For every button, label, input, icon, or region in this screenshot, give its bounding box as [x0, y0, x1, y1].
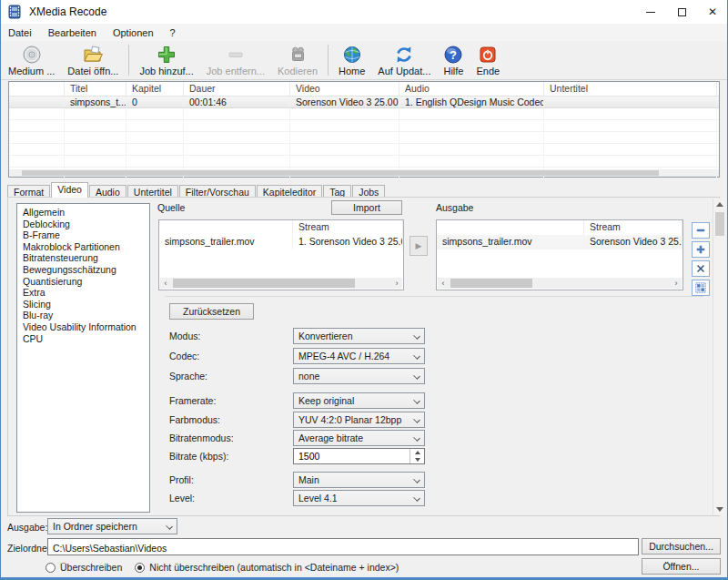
- browse-button[interactable]: Durchsuchen...: [642, 538, 721, 555]
- list-item-video-usability-information[interactable]: Video Usability Information: [17, 321, 149, 333]
- toolbar-button-power[interactable]: Ende: [470, 42, 506, 78]
- hscrollbar-thumb[interactable]: [173, 279, 355, 288]
- select-sprache[interactable]: none: [293, 368, 425, 384]
- select-bitratenmodus[interactable]: Average bitrate: [293, 430, 425, 446]
- source-stream-table[interactable]: Stream simpsons_trailer.mov 1. Sorenson …: [158, 219, 404, 290]
- open-button[interactable]: Öffnen...: [642, 558, 721, 575]
- bitrate-input[interactable]: [294, 449, 409, 463]
- list-item-extra[interactable]: Extra: [17, 287, 149, 299]
- vscrollbar-thumb[interactable]: [715, 212, 724, 236]
- close-button[interactable]: ✕: [697, 0, 728, 24]
- maximize-button[interactable]: [666, 0, 697, 24]
- tab-audio[interactable]: Audio: [89, 185, 126, 198]
- menu-item-optionen[interactable]: Optionen: [105, 25, 162, 40]
- menu-item-?[interactable]: ?: [162, 25, 184, 40]
- spin-down-icon[interactable]: [410, 456, 424, 463]
- list-item-makroblock-partitionen[interactable]: Makroblock Partitionen: [17, 241, 149, 253]
- menu-item-datei[interactable]: Datei: [0, 25, 40, 40]
- menu-item-bearbeiten[interactable]: Bearbeiten: [40, 25, 105, 40]
- list-item-cpu[interactable]: CPU: [17, 333, 149, 345]
- select-farbmodus[interactable]: YUV 4:2:0 Planar 12bpp: [293, 412, 425, 428]
- column-header-Untertitel[interactable]: Untertitel: [544, 82, 717, 96]
- column-header-Audio[interactable]: Audio: [399, 82, 544, 96]
- scroll-right-icon[interactable]: ›: [671, 278, 682, 289]
- select-codec[interactable]: MPEG-4 AVC / H.264: [293, 348, 425, 364]
- toolbar-button-disc[interactable]: Medium ...: [2, 42, 61, 78]
- select-value: YUV 4:2:0 Planar 12bpp: [298, 414, 401, 425]
- matrix-button[interactable]: [692, 280, 710, 296]
- scroll-up-icon[interactable]: [713, 198, 726, 210]
- minimize-button[interactable]: [635, 0, 666, 24]
- toolbar-button-label: Home: [339, 66, 365, 76]
- toolbar-button-label: Auf Updat...: [378, 66, 430, 76]
- tab-jobs[interactable]: Jobs: [352, 185, 385, 198]
- tab-video[interactable]: Video: [51, 182, 88, 198]
- delete-stream-button[interactable]: [692, 260, 710, 277]
- maximize-icon: [678, 8, 686, 16]
- output-stream-row[interactable]: simpsons_trailer.mov Sorenson Video 3 25…: [437, 235, 682, 249]
- bitrate-spinner[interactable]: [293, 448, 425, 464]
- spin-up-icon[interactable]: [410, 449, 424, 456]
- source-table-hscrollbar[interactable]: ‹ ›: [160, 278, 402, 289]
- select-level[interactable]: Level 4.1: [293, 490, 425, 506]
- list-item-quantisierung[interactable]: Quantisierung: [17, 276, 149, 288]
- toolbar-button-help[interactable]: ?Hilfe: [437, 42, 470, 78]
- hscrollbar-thumb[interactable]: [450, 279, 532, 288]
- add-stream-button[interactable]: [692, 241, 710, 258]
- table-row-empty: [9, 120, 719, 132]
- toolbar-button-open-folder[interactable]: Datei öffn...: [61, 42, 125, 78]
- table-cell: [9, 132, 65, 143]
- hscrollbar-thumb[interactable]: [22, 170, 659, 176]
- column-header-Dauer[interactable]: Dauer: [184, 82, 290, 96]
- output-stream-table[interactable]: Stream simpsons_trailer.mov Sorenson Vid…: [436, 219, 683, 290]
- import-button[interactable]: Import: [331, 200, 402, 215]
- output-table-hscrollbar[interactable]: ‹ ›: [438, 278, 682, 289]
- source-stream-row[interactable]: simpsons_trailer.mov 1. Sorenson Video 3…: [159, 235, 403, 249]
- target-folder-input[interactable]: [48, 541, 638, 556]
- table-row[interactable]: simpsons_t...000:01:46Sorenson Video 3 2…: [9, 97, 719, 108]
- scroll-left-icon[interactable]: ‹: [160, 278, 171, 289]
- select-value: Level 4.1: [298, 493, 338, 504]
- list-item-blu-ray[interactable]: Blu-ray: [17, 310, 149, 321]
- tab-kapiteleditor[interactable]: Kapiteleditor: [257, 185, 322, 198]
- radio-label: Nicht überschreiben (automatisch in <Dat…: [149, 562, 399, 573]
- select-profil[interactable]: Main: [293, 472, 425, 488]
- column-header-icon[interactable]: [9, 82, 65, 96]
- list-item-bitratensteuerung[interactable]: Bitratensteuerung: [17, 252, 149, 264]
- tab-untertitel[interactable]: Untertitel: [127, 185, 178, 198]
- column-header-Titel[interactable]: Titel: [65, 82, 126, 96]
- select-framerate[interactable]: Keep original: [293, 392, 425, 409]
- file-list-table[interactable]: TitelKapitelDauerVideoAudioUntertitelsim…: [8, 81, 720, 178]
- scroll-down-icon[interactable]: [713, 504, 726, 515]
- tab-tag[interactable]: Tag: [323, 185, 351, 198]
- radio-overwrite[interactable]: Überschreiben: [46, 562, 122, 573]
- select-modus[interactable]: Konvertieren: [293, 328, 425, 344]
- video-settings-list[interactable]: AllgemeinDeblockingB-FrameMakroblock Par…: [16, 203, 150, 513]
- scroll-right-icon[interactable]: ›: [391, 278, 402, 289]
- list-item-deblocking[interactable]: Deblocking: [17, 219, 149, 230]
- spinner-arrows[interactable]: [410, 449, 424, 463]
- column-header-Kapitel[interactable]: Kapitel: [126, 82, 184, 96]
- target-folder-field-wrap: [47, 538, 639, 555]
- toolbar-button-add-job[interactable]: Job hinzuf...: [133, 42, 199, 78]
- radio-no-overwrite[interactable]: Nicht überschreiben (automatisch in <Dat…: [135, 562, 399, 573]
- scroll-left-icon[interactable]: ‹: [438, 278, 449, 289]
- output-mode-select[interactable]: In Ordner speichern: [47, 518, 177, 534]
- transfer-stream-button[interactable]: ▶: [410, 236, 428, 256]
- reset-button[interactable]: Zurücksetzen: [169, 303, 254, 320]
- video-tab-panel: AllgemeinDeblockingB-FrameMakroblock Par…: [7, 197, 720, 516]
- list-item-bewegungssch-tzung[interactable]: Bewegungsschätzung: [17, 264, 149, 276]
- toolbar-button-globe[interactable]: Home: [332, 42, 371, 78]
- tab-format[interactable]: Format: [7, 185, 50, 198]
- panel-vscrollbar[interactable]: [713, 198, 725, 515]
- list-item-slicing[interactable]: Slicing: [17, 299, 149, 310]
- file-table-hscrollbar[interactable]: [9, 169, 719, 177]
- column-header-Video[interactable]: Video: [290, 82, 399, 96]
- close-icon: ✕: [708, 6, 717, 17]
- toolbar-button-update[interactable]: Auf Updat...: [371, 42, 437, 78]
- list-item-b-frame[interactable]: B-Frame: [17, 229, 149, 241]
- table-row-empty: [9, 108, 719, 120]
- tab-filtervorschau[interactable]: Filter/Vorschau: [179, 185, 256, 198]
- list-item-allgemein[interactable]: Allgemein: [17, 207, 149, 219]
- remove-stream-button[interactable]: [692, 222, 710, 239]
